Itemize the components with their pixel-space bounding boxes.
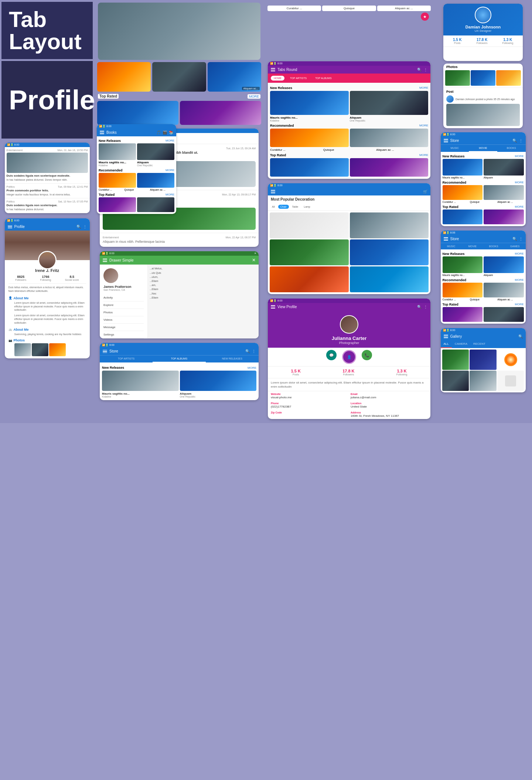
hamburger-icon-drawer[interactable]	[103, 259, 107, 262]
search-store-r1[interactable]: 🔍	[512, 139, 517, 143]
about-me-label-1: 👤 About Me	[8, 296, 86, 300]
about-me-label-2: 🚲 About Me	[8, 328, 86, 331]
stat-followers: 8825 Followers	[15, 275, 26, 281]
toolbar-store-r1: Store 🔍 ⋮	[441, 137, 526, 144]
statusbar-news: 📶🔋 8:00	[5, 143, 90, 147]
tab-layout-hero: Tab Layout	[1, 2, 93, 59]
statusbar-drawer: 📶🔋 8:00 ✕	[100, 251, 259, 256]
gallery-tab-all[interactable]: ALL	[441, 340, 452, 348]
more-icon-tabs[interactable]: ⋮	[424, 68, 427, 72]
cart-icon-deco[interactable]: 🛒	[423, 190, 427, 194]
search-icon-store[interactable]: 🔍	[245, 349, 250, 353]
hamburger-icon[interactable]	[8, 225, 12, 229]
vp-stats: 1.5 K Posts 17.8 K Followers 1.3 K Follo…	[268, 367, 430, 378]
profile-action[interactable]: 👤	[342, 350, 356, 364]
top-rated-row: Top Rated MORE	[96, 93, 263, 99]
news-item-3: Politics Sat, 10 Nov 15, 07:05 PM Duis s…	[5, 198, 90, 213]
drawer-item-explore[interactable]: Explore	[103, 302, 144, 309]
toolbar-title-profile: Profile	[14, 225, 25, 229]
damian-profile-card: Damian Johnsonn UX Designer 1.5 K Posts …	[443, 4, 523, 61]
close-icon-drawer[interactable]: ✕	[252, 258, 256, 263]
news-item-2: Politics Tue, 09 Mar 15, 12:41 PM Proin …	[5, 184, 90, 198]
deco-filter-all[interactable]: All	[270, 205, 277, 209]
deco-filter-table[interactable]: Table	[290, 205, 301, 209]
drawer-item-message[interactable]: Message	[103, 324, 144, 331]
gallery-phone: 📶🔋 8:00 Gallery 🔍 ALL CAMERA RECENT	[441, 328, 526, 392]
hamburger-gallery[interactable]	[444, 335, 448, 338]
toolbar-profile: Profile 🔍 ⋮	[5, 223, 90, 231]
col-3: Curabitur ... Quisque Aliquam ac ... ★ 📶…	[264, 0, 434, 423]
search-gallery[interactable]: 🔍	[518, 334, 523, 338]
tab-books-r1[interactable]: BOOKS	[497, 145, 526, 152]
more-icon-vp[interactable]: ⋮	[424, 305, 427, 309]
profile-large-phone: 📶🔋 8:00 Profile 🔍 ⋮	[5, 218, 90, 358]
tab-music-r1[interactable]: MUSIC	[441, 145, 469, 152]
hamburger-vp[interactable]	[271, 305, 275, 309]
store-content: New Releases MORE Mauris sagittis no... …	[100, 362, 259, 400]
drawer-item-activity[interactable]: Activity	[103, 294, 144, 302]
tab-home[interactable]: HOME	[271, 76, 284, 81]
tab-games-r2[interactable]: GAMES	[504, 243, 526, 249]
deco-filter-chair[interactable]: Chair	[278, 205, 289, 209]
more-icon-store[interactable]: ⋮	[252, 349, 256, 353]
more-link-top[interactable]: MORE	[248, 94, 260, 99]
drawer-item-settings[interactable]: Settings	[103, 331, 144, 338]
stat-following: 1766 Following	[40, 275, 51, 281]
toolbar-gallery: Gallery 🔍	[441, 333, 526, 340]
more-store-r1[interactable]: ⋮	[519, 139, 523, 143]
search-store-r2[interactable]: 🔍	[512, 237, 517, 241]
full-page: Tab Layout Profile 📶🔋 8:00 Entertainment…	[0, 0, 532, 423]
decoration-phone: 📶🔋 8:00 🛒 Most Popular Decoration All Ch…	[268, 183, 430, 294]
drawer-item-photos[interactable]: Photos	[103, 309, 144, 316]
gallery-tab-camera[interactable]: CAMERA	[452, 340, 470, 348]
gallery-grid	[441, 348, 526, 392]
more-store-r2[interactable]: ⋮	[519, 237, 523, 241]
chat-action[interactable]: 💬	[326, 350, 337, 360]
fab-star[interactable]: ★	[421, 13, 429, 21]
more-icon-profile[interactable]: ⋮	[83, 225, 87, 229]
statusbar-profile: 📶🔋 8:00	[5, 218, 90, 223]
hamburger-books[interactable]	[100, 131, 104, 134]
tab-new-releases[interactable]: NEW RELEASES	[206, 355, 259, 362]
tab-top-albums[interactable]: TOP ALBUMS	[153, 355, 205, 362]
statusbar-decoration: 📶🔋 8:00	[268, 183, 430, 188]
tabs-round-content: New Releases MORE Mauris sagittis no... …	[268, 83, 430, 179]
new-releases-row	[102, 371, 256, 391]
decoration-title: Most Popular Decoration	[268, 195, 430, 203]
statusbar-store-r2: 📶🔋 8:06	[441, 231, 526, 235]
toolbar-decoration: 🛒	[268, 188, 430, 195]
tab-layout-title: Tab Layout	[9, 8, 85, 53]
tab-music-r2[interactable]: MUSIC	[441, 243, 462, 249]
gallery-tab-recent[interactable]: RECENT	[470, 340, 488, 348]
drawer-title: Drawer Simple	[109, 258, 134, 262]
profile-hero-section	[5, 231, 90, 260]
store-top-artists-phone: 📶🔋 8:00 Store 🔍 ⋮ TOP ARTISTS TOP ALBUMS…	[100, 343, 259, 400]
tab-books-r2[interactable]: BOOKS	[483, 243, 505, 249]
search-icon-vp[interactable]: 🔍	[417, 305, 422, 309]
store-tabs-r1: MUSIC MOVIE BOOKS	[441, 144, 526, 152]
toolbar-books: Books 🎵 🎬 📚	[97, 129, 176, 136]
search-icon-tabs[interactable]: 🔍	[417, 68, 422, 72]
books-phone-wrapper: 📶🔋 8:00 Books 🎵 🎬 📚 New Releases MORE	[97, 122, 176, 216]
news-article-3: Entertainment Mon, 22 Apr 13, 06:37 PM A…	[100, 233, 259, 247]
tab-movie-r1[interactable]: MOVIE	[469, 145, 497, 152]
tab-top-artists[interactable]: TOP ARTISTS	[287, 76, 310, 81]
search-icon-profile[interactable]: 🔍	[76, 225, 81, 229]
books-title: Books	[106, 130, 117, 134]
deco-filter-lamp[interactable]: Lamp	[301, 205, 313, 209]
hamburger-deco[interactable]	[271, 190, 275, 193]
phone-action[interactable]: 📞	[362, 350, 372, 360]
hamburger-store[interactable]	[103, 350, 107, 353]
store-tabs-r2: MUSIC MOVIE BOOKS GAMES	[441, 243, 526, 249]
news-img-1	[7, 153, 88, 173]
drawer-item-videos[interactable]: Videos	[103, 316, 144, 324]
tab-top-artists[interactable]: TOP ARTISTS	[100, 355, 153, 362]
news-item-1: Entertainment Mon, 01 Jan 16, 10:50 PM D…	[5, 147, 90, 184]
hamburger-tabs-round[interactable]	[271, 68, 275, 71]
statusbar-books: 📶🔋 8:00	[97, 124, 176, 129]
toolbar-store-r2: Store 🔍 ⋮	[441, 235, 526, 243]
tab-movie-r2[interactable]: MOVIE	[462, 243, 483, 249]
tab-top-albums[interactable]: TOP ALBUMS	[312, 76, 334, 81]
hamburger-store-r1[interactable]	[444, 139, 448, 142]
hamburger-store-r2[interactable]	[444, 237, 448, 241]
